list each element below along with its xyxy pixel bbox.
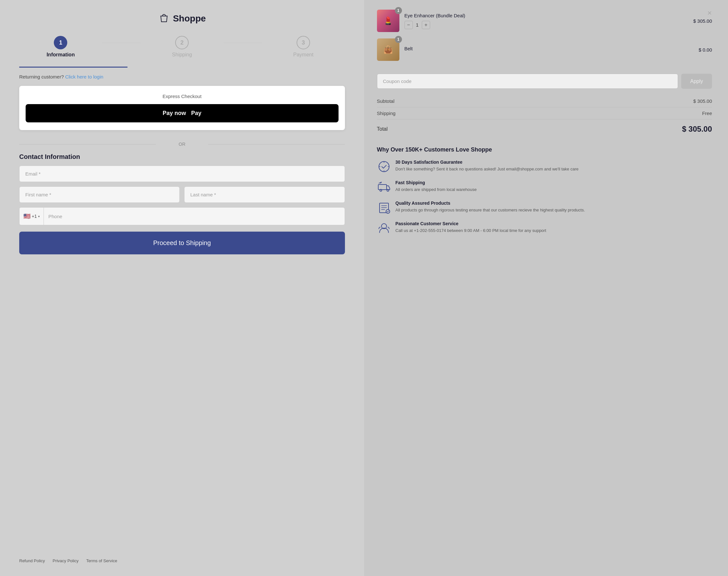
trust-item-guarantee: 30 Days Satisfaction Gaurantee Don't lik…	[377, 160, 712, 174]
step-connector-1	[102, 42, 141, 43]
step-circle-3: 3	[297, 36, 310, 49]
item-qty-control-1: − 1 +	[405, 21, 693, 29]
shipping-label: Shipping	[377, 111, 396, 116]
trust-item-quality: Quality Assured Products All products go…	[377, 201, 712, 214]
order-item-eye-enhancer: 💄 1 Eye Enhancer (Bundle Deal) − 1 + $ 3…	[377, 9, 712, 32]
shopping-bag-icon	[158, 13, 170, 24]
phone-code: +1	[32, 214, 37, 219]
right-panel: 💄 1 Eye Enhancer (Bundle Deal) − 1 + $ 3…	[364, 0, 728, 576]
svg-point-3	[387, 189, 389, 191]
step-connector-2	[224, 42, 262, 43]
email-group	[19, 166, 345, 182]
step-label-shipping: Shipping	[172, 52, 192, 58]
item-details-1: Eye Enhancer (Bundle Deal) − 1 +	[405, 13, 693, 29]
pay-now-label: Pay now	[163, 110, 186, 117]
step-label-payment: Payment	[293, 52, 314, 58]
trust-title-quality: Quality Assured Products	[396, 201, 585, 206]
returning-customer-text: Returning customer? Click here to login	[19, 74, 345, 80]
trust-title-guarantee: 30 Days Satisfaction Gaurantee	[396, 160, 579, 165]
shipping-row: Shipping Free	[377, 107, 712, 119]
phone-country-selector[interactable]: 🇺🇸 +1 ▾	[20, 208, 44, 225]
step-label-information: Information	[47, 52, 75, 58]
login-link[interactable]: Click here to login	[65, 74, 103, 80]
step-circle-1: 1	[54, 36, 67, 49]
logo-text: Shoppe	[173, 13, 206, 24]
trust-desc-shipping: All orders are shipped from local wareho…	[396, 186, 477, 193]
customer-service-icon	[377, 221, 391, 235]
terms-link[interactable]: Terms of Service	[86, 558, 117, 563]
total-label: Total	[377, 126, 388, 132]
trust-content-quality: Quality Assured Products All products go…	[396, 201, 585, 213]
phone-field[interactable]	[44, 208, 345, 224]
item-image-wrapper-1: 💄 1	[377, 9, 399, 32]
footer-links: Refund Policy Privacy Policy Terms of Se…	[19, 549, 345, 563]
item-price-1: $ 305.00	[693, 18, 712, 24]
proceed-to-shipping-button[interactable]: Proceed to Shipping	[19, 232, 345, 254]
name-row	[19, 186, 345, 203]
item-details-2: Belt	[405, 46, 699, 54]
qty-increase-1[interactable]: +	[422, 21, 430, 29]
subtotal-value: $ 305.00	[693, 98, 712, 104]
coupon-row: Apply	[377, 74, 712, 89]
trust-content-guarantee: 30 Days Satisfaction Gaurantee Don't lik…	[396, 160, 579, 172]
trust-item-customer-service: Passionate Customer Service Call us at +…	[377, 221, 712, 235]
contact-info-title: Contact Information	[19, 153, 345, 161]
chevron-down-icon: ▾	[38, 214, 40, 218]
email-field[interactable]	[19, 166, 345, 182]
item-name-2: Belt	[405, 46, 699, 51]
svg-point-0	[379, 162, 389, 172]
step-payment[interactable]: 3 Payment	[262, 36, 345, 58]
logo-area: Shoppe	[19, 13, 345, 24]
item-badge-2: 1	[395, 36, 402, 43]
coupon-input[interactable]	[377, 74, 678, 89]
item-image-wrapper-2: 👜 1	[377, 38, 399, 61]
trust-content-customer-service: Passionate Customer Service Call us at +…	[396, 221, 546, 234]
last-name-field[interactable]	[184, 186, 345, 203]
qty-value-1: 1	[416, 22, 418, 28]
privacy-policy-link[interactable]: Privacy Policy	[53, 558, 79, 563]
express-checkout-card: Express Checkout Pay now Pay	[19, 86, 345, 130]
trust-heading: Why Over 150K+ Customers Love Shoppe	[377, 146, 712, 153]
item-price-2: $ 0.00	[699, 47, 712, 53]
shipping-value: Free	[702, 111, 712, 116]
quality-icon	[377, 201, 391, 214]
flag-icon: 🇺🇸	[23, 213, 30, 220]
pay-label: Pay	[191, 110, 201, 117]
or-divider: OR	[19, 142, 345, 147]
left-panel: Shoppe 1 Information 2 Shipping 3 Paymen…	[0, 0, 364, 576]
trust-title-customer-service: Passionate Customer Service	[396, 221, 546, 226]
guarantee-icon	[377, 160, 391, 174]
step-shipping[interactable]: 2 Shipping	[141, 36, 224, 58]
phone-row: 🇺🇸 +1 ▾	[19, 207, 345, 225]
first-name-field[interactable]	[19, 186, 180, 203]
apply-coupon-button[interactable]: Apply	[681, 74, 712, 89]
trust-item-shipping: Fast Shipping All orders are shipped fro…	[377, 180, 712, 194]
total-row: Total $ 305.00	[377, 119, 712, 139]
subtotal-label: Subtotal	[377, 98, 395, 104]
qty-decrease-1[interactable]: −	[405, 21, 413, 29]
item-price-area-2: $ 0.00	[699, 47, 712, 53]
svg-rect-1	[378, 184, 386, 190]
trust-content-shipping: Fast Shipping All orders are shipped fro…	[396, 180, 477, 193]
apple-pay-button[interactable]: Pay now Pay	[26, 104, 339, 122]
trust-desc-guarantee: Don't like something? Sent it back no qu…	[396, 166, 579, 172]
step-information[interactable]: 1 Information	[19, 36, 102, 58]
trust-section: Why Over 150K+ Customers Love Shoppe 30 …	[377, 146, 712, 241]
shipping-icon	[377, 180, 391, 194]
item-name-1: Eye Enhancer (Bundle Deal)	[405, 13, 693, 18]
subtotal-row: Subtotal $ 305.00	[377, 95, 712, 107]
steps-underline	[19, 67, 127, 67]
trust-title-shipping: Fast Shipping	[396, 180, 477, 185]
item-badge-1: 1	[395, 7, 402, 14]
express-checkout-title: Express Checkout	[26, 93, 339, 99]
refund-policy-link[interactable]: Refund Policy	[19, 558, 45, 563]
total-value: $ 305.00	[682, 125, 712, 134]
steps-container: 1 Information 2 Shipping 3 Payment	[19, 36, 345, 58]
step-circle-2: 2	[175, 36, 188, 49]
svg-point-2	[380, 189, 382, 191]
item-price-area-1: $ 305.00 ✕	[693, 18, 712, 24]
order-item-belt: 👜 1 Belt $ 0.00	[377, 38, 712, 61]
trust-desc-quality: All products go through rigorous testing…	[396, 207, 585, 213]
item-remove-1[interactable]: ✕	[707, 9, 712, 17]
trust-desc-customer-service: Call us at +1-202-555-0174 between 9:00 …	[396, 227, 546, 234]
